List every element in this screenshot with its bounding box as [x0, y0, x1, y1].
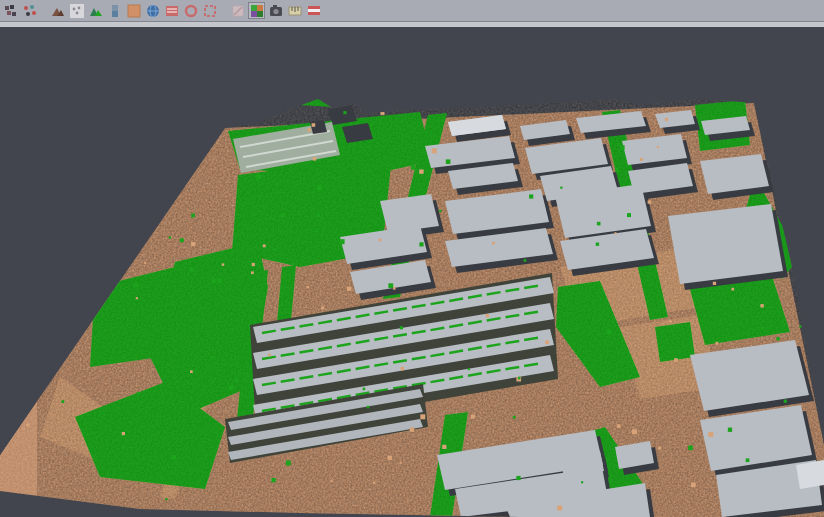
pixel-points-icon — [4, 4, 18, 18]
measure-button[interactable] — [286, 2, 303, 19]
globe-button[interactable] — [144, 2, 161, 19]
selection-button[interactable] — [201, 2, 218, 19]
bright-roof-right — [796, 460, 824, 489]
classify-points-icon — [23, 4, 37, 18]
terrain-icon — [51, 4, 65, 18]
layers-button[interactable] — [163, 2, 180, 19]
terrain-button[interactable] — [49, 2, 66, 19]
application-window — [0, 0, 824, 517]
vegetation-button[interactable] — [87, 2, 104, 19]
camera-button[interactable] — [267, 2, 284, 19]
measure-icon — [288, 4, 302, 18]
classify-points-button[interactable] — [21, 2, 38, 19]
profile-column-icon — [108, 4, 122, 18]
selection-box-icon — [203, 4, 217, 18]
3d-viewport[interactable] — [0, 27, 824, 517]
vegetation-icon — [89, 4, 103, 18]
globe-icon — [146, 4, 160, 18]
pixel-points-button[interactable] — [2, 2, 19, 19]
profile-button[interactable] — [106, 2, 123, 19]
camera-icon — [269, 4, 283, 18]
clip-region-button[interactable] — [229, 2, 246, 19]
layers-icon — [165, 4, 179, 18]
toolbar — [0, 0, 824, 21]
sparse-points-button[interactable] — [68, 2, 85, 19]
clip-region-icon — [231, 4, 245, 18]
ortho-square-icon — [127, 4, 141, 18]
target-button[interactable] — [182, 2, 199, 19]
classification-colors-button[interactable] — [248, 2, 265, 19]
ortho-button[interactable] — [125, 2, 142, 19]
target-ring-icon — [184, 4, 198, 18]
toolbar-group-2 — [49, 2, 220, 19]
classification-colors-icon — [250, 4, 264, 18]
toolbar-group-3 — [229, 2, 324, 19]
scene-3d-view[interactable] — [0, 27, 824, 517]
flag-stripes-icon — [307, 4, 321, 18]
sparse-points-icon — [70, 4, 84, 18]
toolbar-group-1 — [2, 2, 40, 19]
flag-stripes-button[interactable] — [305, 2, 322, 19]
